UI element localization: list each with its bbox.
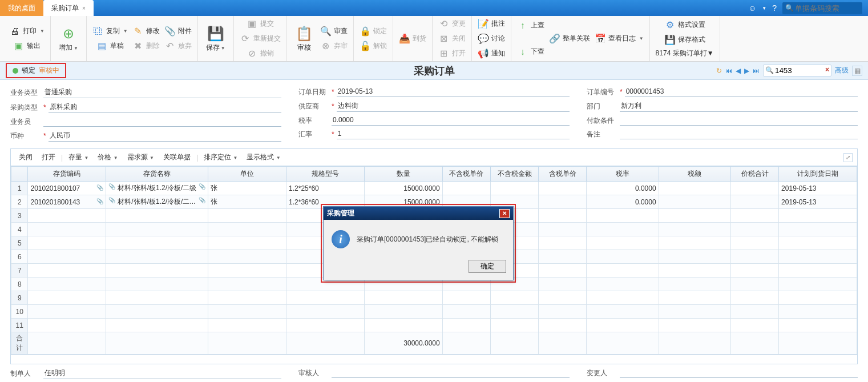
view-log-button[interactable]: 📅查看日志▼ — [592, 32, 646, 46]
table-row[interactable]: 1 2010201800107📎 📎材料/张料/板1.2/冷板/二级📎 张1.2… — [11, 182, 857, 195]
col-plan-date[interactable]: 计划到货日期 — [779, 167, 857, 182]
attach-button[interactable]: 📎附件 — [162, 25, 194, 38]
dialog-ok-button[interactable]: 确定 — [469, 260, 506, 273]
export-button[interactable]: ▣输出 — [7, 39, 47, 53]
arrival-button[interactable]: 📥到货 — [397, 32, 429, 46]
col-total[interactable]: 价税合计 — [730, 167, 778, 182]
col-price-tax[interactable]: 含税单价 — [539, 167, 587, 182]
revoke-button[interactable]: ⊘撤销 — [237, 47, 283, 61]
refresh-icon[interactable]: ↻ — [716, 67, 722, 75]
clear-icon[interactable]: × — [825, 66, 829, 74]
order-date-label: 订单日期 — [298, 87, 332, 97]
print-button[interactable]: 🖨打印▼ — [7, 25, 47, 38]
order-date-field[interactable]: 2019-05-13 — [337, 87, 570, 97]
status-review-text: 审核中 — [39, 66, 59, 75]
gt-close[interactable]: 关闭 — [15, 151, 36, 163]
col-qty[interactable]: 数量 — [364, 167, 442, 182]
whole-link-button[interactable]: 🔗整单关联 — [547, 32, 592, 46]
supplier-field[interactable]: 边料街 — [337, 100, 570, 112]
help-icon[interactable]: ? — [772, 3, 777, 13]
col-tax-amount[interactable]: 税额 — [659, 167, 730, 182]
copy-button[interactable]: ⿻复制▼ — [90, 25, 130, 38]
gt-linked[interactable]: 关联单据 — [160, 151, 194, 163]
next-icon[interactable]: ▶ — [744, 67, 749, 75]
add-button[interactable]: ⊕ 增加▼ — [54, 22, 83, 55]
gt-stock[interactable]: 存量 ▼ — [65, 151, 92, 163]
grid-view-icon[interactable]: ▦ — [852, 66, 862, 76]
expand-icon[interactable]: ⤢ — [843, 153, 853, 162]
barcode-search-input[interactable] — [782, 2, 862, 14]
tab-purchase-order[interactable]: 采购订单 × — [43, 0, 94, 16]
delete-button[interactable]: ✖删除 — [130, 39, 162, 53]
save-button[interactable]: 💾 保存▼ — [201, 22, 230, 55]
col-name[interactable]: 存货名称 — [106, 167, 208, 182]
currency-field[interactable]: 人民币 — [49, 130, 281, 142]
notify-button[interactable]: 📢通知 — [475, 47, 507, 61]
format-set-button[interactable]: ⚙格式设置 — [653, 18, 716, 31]
status-highlight: 锁定 审核中 — [6, 63, 66, 78]
delete-icon: ✖ — [132, 41, 144, 52]
unlock-button[interactable]: 🔓解锁 — [357, 39, 389, 53]
tax-rate-field[interactable]: 0.0000 — [332, 115, 570, 126]
resubmit-button[interactable]: ⟳重新提交 — [237, 32, 283, 46]
col-code[interactable]: 存货编码 — [28, 167, 106, 182]
payment-field[interactable] — [620, 115, 858, 126]
caret-down-icon[interactable]: ▼ — [762, 6, 766, 11]
exchange-rate-field[interactable]: 1 — [337, 129, 570, 139]
downcheck-button[interactable]: ↓下查 — [515, 45, 547, 59]
resubmit-icon: ⟳ — [240, 33, 251, 45]
purchase-type-field[interactable]: 原料采购 — [49, 102, 281, 113]
draft-button[interactable]: ▤草稿 — [90, 39, 130, 53]
smile-icon[interactable]: ☺ — [748, 3, 756, 13]
change-button[interactable]: ⟲变更 — [436, 17, 468, 31]
open-doc-icon: ⊞ — [438, 48, 450, 59]
gt-sort[interactable]: 排序定位 ▼ — [200, 151, 241, 163]
close-button[interactable]: ⊠关闭 — [436, 32, 468, 46]
first-icon[interactable]: ⏮ — [725, 67, 732, 75]
sum-row: 合计30000.0000 — [11, 332, 857, 355]
gt-fmt[interactable]: 显示格式 ▼ — [243, 151, 284, 163]
advanced-link[interactable]: 高级 — [835, 66, 849, 75]
biz-type-label: 业务类型 — [10, 88, 43, 98]
open-button[interactable]: ⊞打开 — [436, 47, 468, 61]
note-button[interactable]: 📝批注 — [475, 17, 507, 31]
remark-field[interactable] — [620, 129, 858, 139]
col-tax-rate[interactable]: 税率 — [587, 167, 659, 182]
print-format-select[interactable]: 8174 采购订单打▼ — [653, 47, 716, 59]
creator-field: 任明明 — [43, 368, 281, 379]
modify-button[interactable]: ✎修改 — [130, 25, 162, 38]
biz-type-field[interactable]: 普通采购 — [43, 87, 281, 98]
arrival-icon: 📥 — [399, 33, 410, 45]
table-row[interactable]: 10 — [11, 305, 857, 319]
save-format-button[interactable]: 💾保存格式 — [653, 33, 716, 46]
table-row[interactable]: 11 — [11, 319, 857, 332]
horizontal-scrollbar[interactable] — [10, 355, 858, 364]
col-spec[interactable]: 规格型号 — [286, 167, 365, 182]
dialog-close-button[interactable]: ✕ — [499, 209, 510, 218]
review-button[interactable]: 🔍审查 — [318, 25, 350, 38]
discuss-button[interactable]: 💬讨论 — [475, 32, 507, 46]
abandon-button[interactable]: ↶放弃 — [162, 39, 194, 53]
upcheck-button[interactable]: ↑上查 — [515, 19, 547, 33]
tab-desktop[interactable]: 我的桌面 — [0, 0, 43, 16]
dept-field[interactable]: 新万利 — [620, 100, 858, 112]
col-unit[interactable]: 单位 — [208, 167, 286, 182]
link-icon: 🔗 — [549, 33, 560, 45]
order-no-field[interactable]: 0000001453 — [625, 87, 858, 97]
col-price-notax[interactable]: 不含税单价 — [442, 167, 490, 182]
gt-demand[interactable]: 需求源 ▼ — [124, 151, 158, 163]
supplier-label: 供应商 — [298, 102, 332, 111]
prev-icon[interactable]: ◀ — [736, 67, 741, 75]
gt-open[interactable]: 打开 — [38, 151, 59, 163]
unaudit-button[interactable]: ⊗弃审 — [318, 39, 350, 53]
gt-price[interactable]: 价格 ▼ — [94, 151, 121, 163]
col-amount-notax[interactable]: 不含税金额 — [490, 167, 538, 182]
salesman-field[interactable] — [43, 116, 281, 127]
submit-button[interactable]: ▣提交 — [237, 17, 283, 31]
table-row[interactable]: 9 — [11, 291, 857, 305]
lock-button[interactable]: 🔒锁定 — [357, 25, 389, 38]
close-icon[interactable]: × — [82, 5, 86, 11]
audit-button[interactable]: 📋 审核 — [290, 22, 318, 55]
status-dot-icon — [13, 68, 18, 74]
last-icon[interactable]: ⏭ — [753, 67, 760, 75]
